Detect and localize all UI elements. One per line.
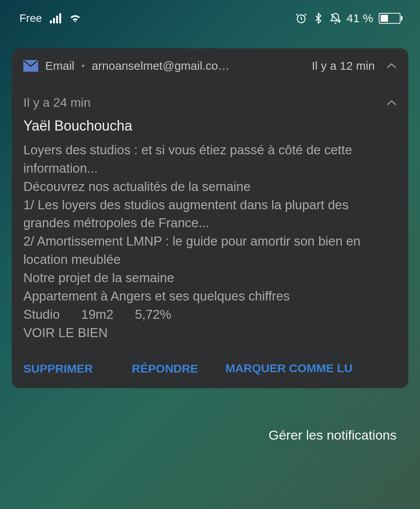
status-left: Free (19, 12, 81, 25)
mute-icon (330, 12, 341, 24)
app-name: Email (45, 59, 74, 72)
sender-name: Yaël Bouchoucha (23, 118, 397, 134)
body-text: Loyers des studios : et si vous étiez pa… (23, 141, 397, 342)
status-right: 41 % (295, 12, 401, 25)
sub-time: Il y a 24 min (23, 95, 91, 110)
alarm-icon (295, 12, 307, 24)
signal-icon (50, 13, 61, 23)
carrier-label: Free (19, 12, 42, 25)
chevron-up-icon[interactable] (386, 100, 397, 106)
status-bar: Free 41 % (0, 0, 420, 33)
chevron-up-icon[interactable] (386, 63, 397, 69)
notification-card[interactable]: Email • arnoanselmet@gmail.co… Il y a 12… (12, 48, 408, 388)
delete-button[interactable]: SUPPRIMER (23, 362, 93, 375)
wifi-icon (69, 13, 81, 23)
notification-content[interactable]: Yaël Bouchoucha Loyers des studios : et … (12, 118, 408, 350)
notification-actions: SUPPRIMER RÉPONDRE MARQUER COMME LU (12, 350, 408, 388)
notification-subheader[interactable]: Il y a 24 min (12, 84, 408, 118)
header-time: Il y a 12 min (312, 59, 375, 72)
mark-read-button[interactable]: MARQUER COMME LU (225, 361, 353, 376)
account-email: arnoanselmet@gmail.co… (92, 59, 305, 72)
manage-notifications-link[interactable]: Gérer les notifications (268, 428, 397, 443)
separator-dot: • (81, 60, 85, 71)
battery-icon (379, 13, 401, 24)
battery-text: 41 % (347, 12, 373, 25)
reply-button[interactable]: RÉPONDRE (132, 362, 198, 375)
email-icon (23, 60, 38, 72)
bluetooth-icon (312, 12, 324, 24)
notification-header[interactable]: Email • arnoanselmet@gmail.co… Il y a 12… (12, 48, 408, 84)
